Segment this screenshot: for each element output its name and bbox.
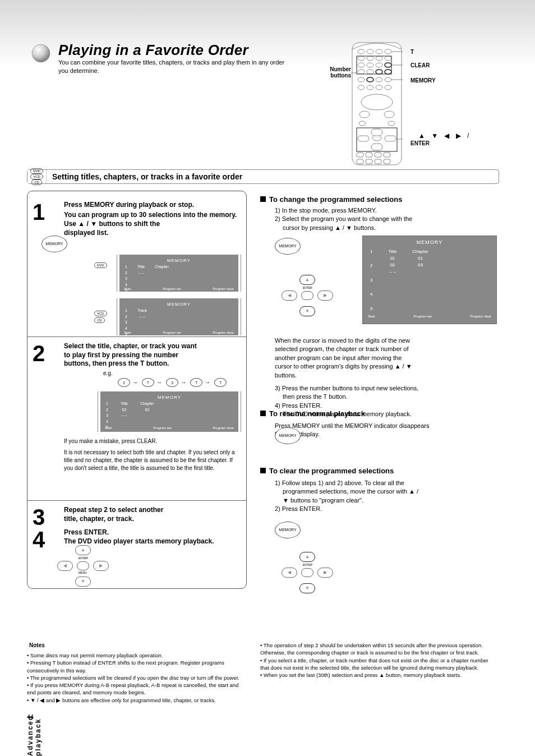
step1-body: Press MEMORY during playback or stop. Yo… [64,201,238,237]
memory-button-r1[interactable]: MEMORY [275,238,301,255]
step2-text: Select the title, chapter, or track you … [64,342,240,368]
svg-point-21 [385,77,391,82]
remote-label-number: Number buttons [320,66,351,79]
svg-rect-33 [371,144,382,150]
svg-point-19 [367,77,373,82]
notes-right: • The operation of step 2 should be unde… [260,642,498,679]
svg-point-6 [358,56,365,61]
svg-point-0 [32,44,50,62]
remote-illustration [351,39,403,166]
step2-notes: If you make a mistake, press CLEAR. It i… [64,437,240,472]
svg-rect-43 [384,159,390,164]
svg-rect-35 [385,136,396,141]
svg-point-7 [367,56,373,61]
svg-rect-40 [357,159,363,164]
svg-point-15 [367,70,373,74]
svg-point-11 [367,63,373,67]
svg-point-16 [376,70,382,74]
memory-button[interactable]: MEMORY [41,236,67,252]
screen-step2: MEMORY 12345 Title02– – Chapter03 StartP… [100,391,238,432]
svg-point-10 [358,63,365,67]
button-sequence: 2→ T→ 3→ T→ T [118,378,227,387]
svg-point-26 [361,94,393,110]
svg-rect-34 [358,136,369,141]
svg-rect-36 [357,153,363,157]
step3-text: Repeat step 2 to select another title, c… [64,506,232,523]
dpad-r2: ▲ ▼ ◀ ▶ ENTER [279,552,335,593]
svg-point-14 [358,70,365,74]
svg-rect-42 [375,159,381,164]
remote-label-memory: MEMORY [411,77,436,84]
step3-number: 3 [33,505,45,530]
svg-point-27 [359,111,370,118]
svg-point-12 [376,63,382,67]
resume-body: Press MEMORY until the MEMORY indicator … [275,422,498,439]
memory-button-r3[interactable]: MEMORY [275,522,301,538]
svg-point-25 [385,85,391,90]
clear-body: 1) Follow steps 1) and 2) above. To clea… [275,479,498,514]
svg-rect-39 [384,153,390,157]
svg-point-3 [367,49,373,54]
svg-point-8 [376,56,382,61]
step4-number: 4 [33,527,45,552]
svg-rect-41 [366,159,372,164]
svg-rect-38 [375,153,381,157]
screen-change: MEMORY 12345 Title0102– – Chapter0103 St… [362,236,497,324]
dpad-r1: ▲ ▼ ◀ ▶ ENTER [279,275,335,316]
change-selections-head: To change the programmed selections [260,195,402,204]
svg-point-20 [376,77,382,82]
dpad: ▲ ▼ ◀ ▶ ENTER MENU [55,545,111,587]
screen-cd: MEMORY 12345 Track– – StartProgram setPr… [119,298,238,335]
svg-point-22 [358,85,365,90]
remote-label-clear: CLEAR [411,62,430,68]
disc-icons: DVD VCD CD [27,170,47,183]
resume-head: To resume normal playback [260,409,365,418]
notes-left: Notes • Some discs may not permit memory… [27,642,247,704]
svg-point-9 [385,56,391,61]
svg-point-28 [384,111,394,118]
svg-point-23 [367,85,373,90]
dvd-tag: DVD [94,261,107,268]
svg-rect-37 [366,153,372,157]
page-title: Playing in a Favorite Order [58,42,248,59]
svg-point-5 [385,49,391,54]
remote-label-enter: ENTER [411,140,430,146]
section-bar: DVD VCD CD Setting titles, chapters, or … [27,169,499,184]
section-title: Setting titles, chapters, or tracks in a… [47,172,242,181]
svg-point-2 [358,49,365,54]
step1-number: 1 [33,200,45,225]
svg-point-18 [358,77,365,82]
svg-point-17 [385,70,391,74]
svg-point-13 [385,63,391,67]
svg-point-4 [376,49,382,54]
sphere-icon [31,44,50,63]
svg-rect-32 [371,129,382,136]
page-number: 44 [27,713,34,720]
vcd-cd-tag: VCD CD [94,310,107,323]
change-selections-body2: When the cursor is moved to the digits o… [275,336,498,419]
clear-head: To clear the programmed selections [260,467,394,475]
svg-point-29 [359,121,366,126]
remote-label-t: T [411,49,414,55]
eg-label: e.g. [103,370,113,376]
step2-number: 2 [33,341,45,366]
svg-point-30 [388,121,395,126]
page-subtitle: You can combine your favorite titles, ch… [58,58,294,75]
memory-button-r2[interactable]: MEMORY [275,427,301,444]
svg-point-24 [376,85,382,90]
step4-text: Press ENTER. The DVD video player starts… [64,528,232,546]
remote-arrows: ▲ ▼ ◀ ▶ / [418,132,471,140]
screen-dvd: MEMORY 12345 Title– – Chapter StartProgr… [119,255,238,292]
change-selections-body: 1) In the stop mode, press MEMORY. 2) Se… [275,206,498,232]
